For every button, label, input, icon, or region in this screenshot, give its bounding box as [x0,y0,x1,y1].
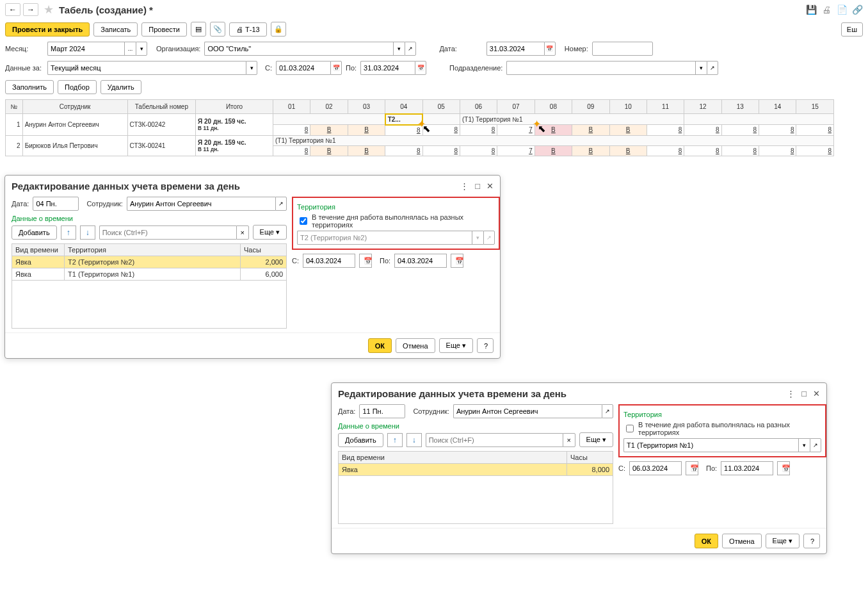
dlg2-to-input[interactable] [721,461,773,475]
from-calendar-button[interactable]: 📅 [330,61,342,75]
day-cell[interactable]: 8 [647,145,684,156]
delete-button[interactable]: Удалить [100,80,141,94]
calendar-icon[interactable]: 📅 [686,461,698,475]
post-and-close-button[interactable]: Провести и закрыть [5,22,90,37]
move-down-button[interactable]: ↓ [80,225,95,240]
dlg2-emp-open-button[interactable]: ↗ [602,404,613,418]
date-calendar-button[interactable]: 📅 [544,42,556,56]
maximize-icon[interactable]: □ [801,389,807,398]
territory-open-button[interactable]: ↗ [810,438,821,452]
dlg1-add-button[interactable]: Добавить [12,225,57,240]
report-icon[interactable]: 📄 [836,4,848,15]
day-cell[interactable]: В [348,145,385,156]
day-cell[interactable]: 8 [721,145,759,156]
day-cell[interactable]: В [310,125,348,136]
day-cell[interactable]: 8 [684,145,721,156]
to-calendar-button[interactable]: 📅 [415,61,426,75]
move-up-button[interactable]: ↑ [387,433,403,447]
save-button[interactable]: Записать [93,22,138,37]
calendar-icon[interactable]: 📅 [359,254,372,268]
employee-cell[interactable]: Анурин Антон Сергеевич [22,114,127,136]
attach-icon[interactable]: 📎 [210,22,225,37]
day-cell[interactable]: В [572,145,609,156]
division-input[interactable] [506,61,695,75]
dlg2-emp-input[interactable] [453,404,602,418]
multi-territory-checkbox-input[interactable] [626,425,634,432]
day-cell[interactable]: 8 [273,145,310,156]
dlg1-from-input[interactable] [303,254,355,268]
number-input[interactable] [592,42,653,56]
day-cell[interactable]: 8 [273,125,310,136]
post-button[interactable]: Провести [141,22,187,37]
division-dropdown-button[interactable]: ▾ [695,61,707,75]
day-cell[interactable]: 8 [684,125,721,136]
to-input[interactable] [360,61,415,75]
data-for-dropdown-button[interactable]: ▾ [246,61,257,75]
day-cell[interactable]: 8 [460,145,497,156]
dlg2-ok-button[interactable]: ОК [695,534,718,548]
clear-search-button[interactable]: × [236,225,249,240]
org-input[interactable] [204,42,393,56]
day-cell[interactable]: 8 [796,145,834,156]
day-cell[interactable]: В [310,145,348,156]
day-cell[interactable]: 8 [796,125,834,136]
dlg1-more-foot-button[interactable]: Еще ▾ [439,338,473,353]
move-up-button[interactable]: ↑ [61,225,76,240]
day-cell[interactable]: 7 [497,145,534,156]
month-dropdown-button[interactable]: ▾ [136,42,147,56]
day-cell[interactable]: В [609,125,647,136]
day-cell[interactable]: В [609,145,647,156]
day-cell[interactable]: 8 [759,145,796,156]
fill-button[interactable]: Заполнить [5,80,54,94]
dlg2-territory-field[interactable] [623,438,798,452]
pick-button[interactable]: Подбор [58,80,97,94]
org-dropdown-button[interactable]: ▾ [393,42,405,56]
help-button[interactable]: ? [477,338,494,353]
date-input[interactable] [486,42,544,56]
dlg2-cancel-button[interactable]: Отмена [722,534,761,548]
territory-highlight-04[interactable]: Т2... [385,114,422,125]
day-cell[interactable]: 8 [422,145,460,156]
dlg1-date-input[interactable] [33,197,79,211]
dlg2-from-input[interactable] [629,461,682,475]
time-table[interactable]: Вид времени Территория Часы Явка Т2 (Тер… [12,243,287,329]
help-button[interactable]: ? [803,534,820,548]
dlg1-emp-open-button[interactable]: ↗ [275,197,287,211]
nav-back-button[interactable]: ← [5,3,20,16]
day-cell[interactable]: 8 [647,125,684,136]
dlg1-more-button[interactable]: Еще ▾ [253,225,287,240]
day-cell[interactable]: В [534,125,572,136]
day-cell[interactable]: В [534,145,572,156]
month-input[interactable] [47,42,124,56]
close-icon[interactable]: ✕ [813,389,820,398]
link-icon[interactable]: 🔗 [851,4,863,15]
close-icon[interactable]: ✕ [486,181,494,191]
dlg1-search-input[interactable] [99,225,236,240]
employee-cell[interactable]: Бирюков Илья Петрович [22,135,127,156]
from-input[interactable] [276,61,330,75]
calendar-icon[interactable]: 📅 [451,254,463,268]
kebab-icon[interactable]: ⋮ [787,389,795,398]
dlg2-more-foot-button[interactable]: Еще ▾ [766,534,800,548]
more-top-button[interactable]: Еш [841,22,863,37]
division-open-button[interactable]: ↗ [707,61,718,75]
favorite-star-icon[interactable]: ★ [44,3,54,17]
time-row[interactable]: Явка 8,000 [339,464,613,476]
multi-territory-checkbox[interactable]: В течение дня работа выполнялась на разн… [297,213,495,229]
day-cell[interactable]: В [348,125,385,136]
day-cell[interactable]: 8 [460,125,497,136]
structure-icon[interactable]: ▤ [191,22,206,37]
day-cell[interactable]: 8 [422,125,460,136]
move-down-button[interactable]: ↓ [406,433,422,447]
clear-search-button[interactable]: × [563,433,575,447]
day-cell[interactable]: 7 [497,125,534,136]
nav-forward-button[interactable]: → [23,3,38,16]
dlg1-ok-button[interactable]: ОК [368,338,392,353]
time-table[interactable]: Вид времени Часы Явка 8,000 [338,451,613,524]
time-row[interactable]: Явка Т1 (Территория №1) 6,000 [12,268,287,281]
day-cell[interactable]: 8 [759,125,796,136]
dlg2-more-button[interactable]: Еще ▾ [579,432,613,447]
org-open-button[interactable]: ↗ [405,42,416,56]
day-cell[interactable]: 8 [385,125,422,136]
territory-span[interactable]: (Т1) Территория №1 [460,114,684,125]
